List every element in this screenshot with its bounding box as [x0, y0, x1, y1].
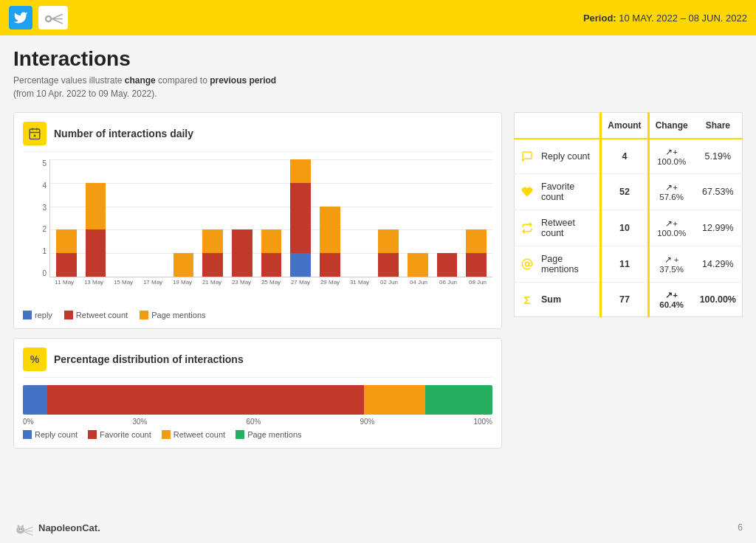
bar-segment: [378, 229, 399, 253]
metric-label-reply: Reply count: [541, 151, 590, 162]
pct-chart-title: Percentage distribution of interactions: [54, 353, 244, 365]
change-sum: ↗+ 60.4%: [648, 283, 694, 317]
period-value: 10 MAY. 2022 – 08 JUN. 2022: [619, 13, 747, 24]
calendar-icon: [23, 122, 47, 145]
retweet-icon: [519, 220, 535, 236]
metric-mention: Page mentions: [519, 254, 594, 274]
bar-segment: [466, 253, 487, 277]
svg-point-2: [47, 17, 50, 21]
pct-legend: Reply count Favorite count Retweet count…: [23, 430, 492, 439]
footer-logo: NapoleonCat.: [13, 519, 100, 536]
heart-icon: [519, 184, 535, 200]
bar-group: [227, 159, 257, 277]
pct-segment-reply: [23, 385, 47, 415]
x-label: 27 May: [286, 279, 315, 286]
metric-retweet: Retweet count: [519, 218, 594, 238]
table-row: Page mentions 11 ↗ + 37.5% 14.29%: [515, 246, 743, 283]
left-column: Number of interactions daily 5 4 3 2 1 0: [13, 112, 502, 449]
amount-favorite: 52: [601, 174, 648, 210]
bar-segment: [173, 253, 194, 277]
table-row: Favorite count 52 ↗+ 57.6% 67.53%: [515, 174, 743, 210]
bar-chart-area: 5 4 3 2 1 0: [23, 159, 492, 296]
svg-rect-0: [41, 8, 65, 27]
bar-segment: [408, 253, 428, 277]
legend-label-mention: Page mentions: [151, 311, 205, 319]
svg-point-17: [21, 528, 22, 530]
metric-label-mention: Page mentions: [541, 254, 594, 274]
y-label-1: 1: [23, 247, 49, 255]
table-header-row: Amount Change Share: [515, 113, 743, 139]
th-change: Change: [648, 113, 694, 139]
napoleon-logo-header[interactable]: [38, 6, 68, 30]
td-sum: Σ Sum: [515, 283, 601, 317]
pct-segment-retweet: [364, 385, 425, 415]
pct-label-reply: Reply count: [35, 430, 78, 439]
chart-legend: reply Retweet count Page mentions: [23, 311, 492, 319]
pct-dot-reply: [23, 430, 32, 439]
metric-label-favorite: Favorite count: [541, 181, 594, 202]
reply-icon: [519, 148, 535, 165]
table-row: Retweet count 10 ↗+ 100.0% 12.99%: [515, 210, 743, 246]
x-label: 11 May: [49, 279, 79, 286]
y-label-5: 5: [23, 159, 49, 167]
legend-label-reply: reply: [35, 311, 52, 319]
pct-legend-favorite: Favorite count: [88, 430, 151, 439]
amount-sum: 77: [601, 283, 648, 317]
card-header-daily: Number of interactions daily: [23, 122, 492, 152]
metric-label-retweet: Retweet count: [541, 218, 594, 238]
bar-group: [374, 159, 403, 277]
bar-group: [52, 159, 81, 277]
table-row-sum: Σ Sum 77 ↗+ 60.4% 100.00%: [515, 283, 743, 317]
main-content: Interactions Percentage values illustrat…: [0, 35, 756, 543]
change-reply: ↗+ 100.0%: [648, 139, 694, 174]
legend-retweet: Retweet count: [64, 311, 128, 319]
bar-segment: [261, 229, 282, 253]
footer: NapoleonCat. 6: [13, 519, 743, 536]
change-mention: ↗ + 37.5%: [648, 246, 694, 283]
bar-segment: [56, 229, 77, 253]
bar-segment: [86, 183, 106, 230]
pct-dot-retweet: [162, 430, 171, 439]
right-column: Amount Change Share: [514, 112, 743, 317]
bar-group: [81, 159, 111, 277]
x-label: 17 May: [138, 279, 168, 286]
header-left: [9, 6, 68, 30]
card-header-pct: % Percentage distribution of interaction…: [23, 347, 492, 378]
td-mention: Page mentions: [515, 246, 601, 283]
bar-group: [403, 159, 433, 277]
pct-label-mention: Page mentions: [247, 430, 301, 439]
pct-segment-mention: [425, 385, 492, 415]
subtitle-change: change: [125, 75, 156, 86]
y-label-4: 4: [23, 181, 49, 190]
amount-retweet: 10: [601, 210, 648, 246]
x-label: 06 Jun: [433, 279, 463, 286]
y-label-3: 3: [23, 204, 49, 212]
content-row: Number of interactions daily 5 4 3 2 1 0: [13, 112, 743, 449]
bars-render: [50, 159, 492, 277]
pct-legend-retweet: Retweet count: [162, 430, 225, 439]
bar-segment: [261, 253, 282, 277]
stats-table: Amount Change Share: [514, 112, 743, 317]
share-reply: 5.19%: [694, 139, 743, 174]
bar-group: [257, 159, 286, 277]
pct-label-retweet: Retweet count: [173, 430, 225, 439]
svg-line-20: [24, 532, 32, 535]
legend-dot-reply: [23, 311, 32, 319]
x-label: 04 Jun: [404, 279, 433, 286]
subtitle-previous: previous period: [210, 75, 276, 86]
pct-x-90: 90%: [360, 418, 374, 426]
x-label: 21 May: [197, 279, 227, 286]
footer-page-number: 6: [738, 522, 743, 533]
bar-segment: [320, 253, 340, 277]
bar-segment: [290, 253, 311, 277]
pct-x-100: 100%: [473, 418, 492, 426]
share-favorite: 67.53%: [694, 174, 743, 210]
mention-icon: [519, 256, 535, 272]
td-retweet: Retweet count: [515, 210, 601, 246]
twitter-icon[interactable]: [9, 6, 32, 30]
footer-logo-text: NapoleonCat.: [38, 522, 100, 533]
legend-label-retweet: Retweet count: [76, 311, 128, 319]
svg-point-11: [525, 262, 529, 266]
page-title: Interactions: [13, 47, 743, 71]
th-amount: Amount: [601, 113, 648, 139]
